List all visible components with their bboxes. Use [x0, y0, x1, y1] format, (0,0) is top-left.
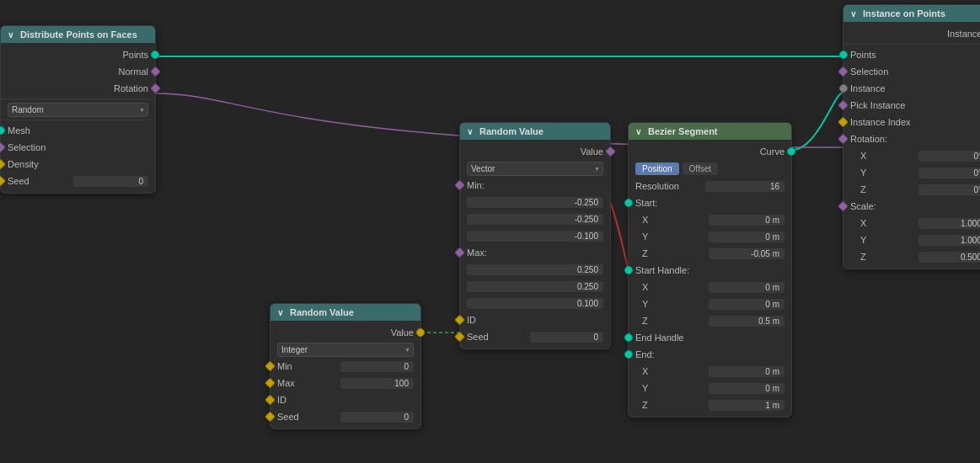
rv-top-min-z-val[interactable]: -0.100	[467, 231, 603, 242]
socket-mesh-in	[0, 126, 5, 135]
input-iop-pick: Pick Instance	[843, 97, 980, 114]
chevron-icon-rv-bottom: ∨	[277, 308, 283, 317]
input-row-selection: Selection	[1, 139, 155, 156]
bezier-sh-y: Y 0 m	[629, 295, 791, 312]
chevron-icon-rv-top: ∨	[467, 127, 473, 136]
socket-points-out	[151, 51, 159, 59]
rv-bottom-type-dropdown[interactable]: Integer	[277, 343, 414, 357]
rv-top-type-dropdown-wrap[interactable]: Vector	[467, 162, 603, 176]
bezier-sh-y-lbl: Y	[642, 299, 709, 309]
socket-rv-top-out	[605, 146, 616, 157]
node-instance-on-points: ∨ Instance on Points Instances Points Se…	[843, 4, 980, 269]
rv-top-max-label-row: Max:	[460, 244, 610, 261]
rv-top-max-z-val[interactable]: 0.100	[467, 298, 603, 309]
bezier-start-z-val[interactable]: -0.05 m	[709, 248, 785, 259]
rv-top-max-x-val[interactable]: 0.250	[467, 264, 603, 275]
rotation-y-val[interactable]: 0°	[918, 168, 980, 178]
bezier-sh-x-val[interactable]: 0 m	[709, 282, 785, 293]
bezier-end-x-val[interactable]: 0 m	[709, 366, 785, 377]
node-random-top-body: Value Vector Min: -0.250 -0.250	[460, 140, 610, 349]
rv-top-type-row: Vector	[460, 160, 610, 177]
input-iop-points: Points	[843, 46, 980, 63]
scale-z-val[interactable]: 0.500	[918, 252, 980, 263]
bezier-start-x: X 0 m	[629, 211, 791, 228]
node-bezier-segment: ∨ Bezier Segment Curve Position Offset R…	[628, 122, 792, 418]
scale-x-val[interactable]: 1.000	[918, 218, 980, 229]
bezier-end-y-val[interactable]: 0 m	[709, 383, 785, 394]
socket-iop-selection-in	[838, 67, 849, 77]
resolution-val[interactable]: 16	[705, 181, 785, 192]
node-distribute: ∨ Distribute Points on Faces Points Norm…	[0, 25, 156, 194]
bezier-start-y-val[interactable]: 0 m	[709, 232, 785, 242]
output-label-normal: Normal	[8, 67, 148, 77]
rotation-z-row: Z 0°	[843, 181, 980, 198]
rv-top-seed-val[interactable]: 0	[530, 332, 603, 343]
node-distribute-body: Points Normal Rotation Random	[1, 43, 155, 193]
node-random-bottom-title: Random Value	[290, 307, 354, 317]
rv-top-max-y: 0.250	[460, 278, 610, 295]
socket-rv-top-seed-in	[454, 332, 465, 343]
input-label-selection: Selection	[8, 142, 148, 152]
rv-bottom-min-val[interactable]: 0	[340, 361, 414, 372]
socket-bezier-sh-in	[624, 266, 633, 274]
rv-top-min-y: -0.250	[460, 210, 610, 227]
rv-top-min-y-val[interactable]: -0.250	[467, 214, 603, 225]
socket-selection-in	[0, 142, 6, 153]
bezier-start-z-lbl: Z	[642, 248, 709, 258]
rv-top-max-x: 0.250	[460, 261, 610, 278]
node-instance-header: ∨ Instance on Points	[843, 5, 980, 22]
bezier-sh-x: X 0 m	[629, 279, 791, 295]
bezier-start-z: Z -0.05 m	[629, 245, 791, 262]
tab-offset[interactable]: Offset	[683, 162, 719, 175]
node-distribute-title: Distribute Points on Faces	[20, 29, 137, 40]
rv-bottom-max-label: Max	[277, 378, 340, 388]
bezier-sh-x-lbl: X	[642, 282, 709, 292]
input-label-mesh: Mesh	[8, 125, 148, 136]
seed-value[interactable]: 0	[73, 176, 149, 187]
bezier-end-x: X 0 m	[629, 363, 791, 380]
rotation-x-val[interactable]: 0°	[918, 151, 980, 162]
socket-rv-top-id-in	[454, 315, 465, 326]
resolution-label: Resolution	[635, 181, 705, 191]
socket-rv-bottom-seed-in	[265, 412, 276, 423]
rv-top-min-x-val[interactable]: -0.250	[467, 197, 603, 208]
seed-row: Seed 0	[1, 173, 155, 189]
rv-top-min-x: -0.250	[460, 194, 610, 210]
iop-rotation-label: Rotation:	[850, 134, 980, 144]
bezier-start-x-val[interactable]: 0 m	[709, 215, 785, 226]
scale-y-row: Y 1.000	[843, 232, 980, 248]
iop-instance-label: Instance	[850, 83, 980, 93]
tab-position[interactable]: Position	[635, 162, 679, 175]
rv-bottom-type-dropdown-wrap[interactable]: Integer	[277, 343, 414, 357]
mode-dropdown-wrap[interactable]: Random	[8, 103, 148, 117]
rotation-z-val[interactable]: 0°	[918, 184, 980, 195]
mode-dropdown[interactable]: Random	[8, 103, 148, 117]
output-row-points: Points	[1, 46, 155, 63]
rv-top-type-dropdown[interactable]: Vector	[467, 162, 603, 176]
scale-label: Scale:	[850, 201, 980, 211]
rv-bottom-seed-val[interactable]: 0	[340, 412, 414, 423]
socket-bezier-out	[787, 147, 795, 156]
rv-bottom-max-val[interactable]: 100	[340, 378, 414, 389]
dropdown-row: Random	[1, 101, 155, 118]
input-iop-rotation: Rotation:	[843, 130, 980, 147]
output-row-normal: Normal	[1, 63, 155, 80]
bezier-sh-y-val[interactable]: 0 m	[709, 299, 785, 310]
rotation-x-row: X 0°	[843, 147, 980, 164]
rv-top-max-y-val[interactable]: 0.250	[467, 281, 603, 292]
output-instances: Instances	[843, 25, 980, 42]
bezier-start-y: Y 0 m	[629, 228, 791, 245]
iop-pick-label: Pick Instance	[850, 100, 980, 110]
bezier-sh-z-val[interactable]: 0.5 m	[709, 316, 785, 327]
output-row-rotation: Rotation	[1, 80, 155, 97]
scale-y-val[interactable]: 1.000	[918, 235, 980, 246]
bezier-start-x-lbl: X	[642, 215, 709, 225]
socket-rv-top-max-in	[454, 247, 465, 258]
iop-points-label: Points	[850, 50, 980, 60]
socket-iop-points-in	[839, 51, 848, 59]
rv-bottom-id-row: ID	[270, 391, 420, 408]
bezier-end-label-row: End:	[629, 346, 791, 363]
iop-index-label: Instance Index	[850, 117, 980, 127]
bezier-tabs: Position Offset	[629, 160, 791, 178]
bezier-end-z-val[interactable]: 1 m	[709, 400, 785, 411]
